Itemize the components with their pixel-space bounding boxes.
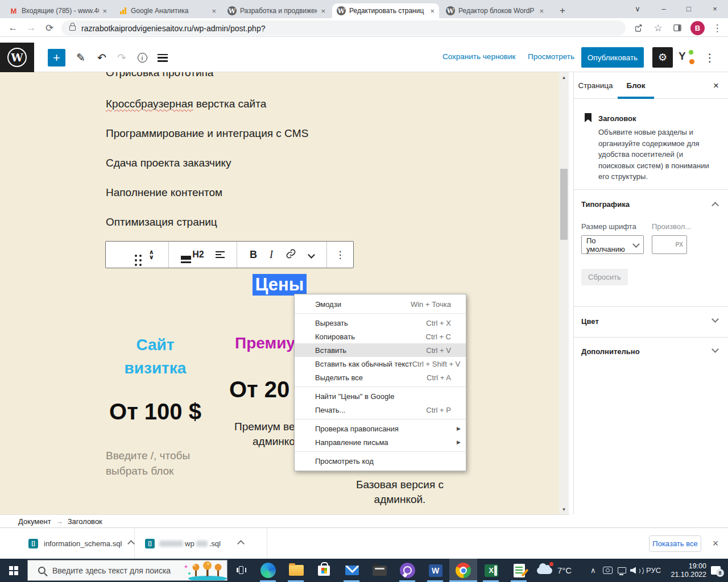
task-view-icon[interactable] xyxy=(229,559,254,582)
dark-folder-app-icon[interactable] xyxy=(366,559,394,582)
editor-scrollbar[interactable]: ▲ ▼ xyxy=(559,72,569,514)
more-formats-chevron-icon[interactable] xyxy=(308,251,315,259)
forward-icon[interactable]: → xyxy=(24,20,39,35)
refresh-icon[interactable]: ⟳ xyxy=(42,20,57,35)
tab-block[interactable]: Блок xyxy=(618,72,654,99)
undo-icon[interactable]: ↶ xyxy=(93,49,111,66)
chip-chevron-icon[interactable] xyxy=(127,540,135,547)
window-minimize-button[interactable]: – xyxy=(652,0,676,17)
volume-icon[interactable] xyxy=(630,559,642,582)
side-panel-icon[interactable] xyxy=(670,20,685,35)
bold-button[interactable]: B xyxy=(250,249,257,261)
notes-app-icon[interactable] xyxy=(505,559,533,582)
block-options-kebab-icon[interactable]: ⋮ xyxy=(336,249,345,261)
viber-icon[interactable] xyxy=(394,559,421,582)
color-section-title[interactable]: Цвет xyxy=(581,317,599,326)
tab-close-icon[interactable]: × xyxy=(539,7,544,15)
pricing-col1-title[interactable]: Сайтвизитка xyxy=(96,333,215,380)
window-close-button[interactable]: × xyxy=(703,0,727,17)
download-chip-information-schema[interactable]: [] information_schema.sql xyxy=(0,528,135,559)
notification-center-icon[interactable]: 8 xyxy=(711,559,721,582)
word-icon[interactable]: W xyxy=(421,559,449,582)
paragraph[interactable]: Наполнение контентом xyxy=(106,186,222,199)
reset-button[interactable]: Сбросить xyxy=(581,269,628,285)
paragraph[interactable]: Сдача проекта заказчику xyxy=(106,157,231,169)
block-placeholder-text[interactable]: Введите /, чтобывыбрать блок xyxy=(106,448,190,479)
tab-page[interactable]: Страница xyxy=(574,72,617,99)
new-tab-button[interactable]: + xyxy=(555,3,570,18)
context-menu-item-print[interactable]: Печать...Ctrl + P xyxy=(295,403,466,417)
block-mover-icon[interactable]: ∧∨ xyxy=(149,250,154,260)
paragraph[interactable]: Программирование и интеграция с CMS xyxy=(106,127,308,140)
tab-close-icon[interactable]: × xyxy=(102,7,107,15)
share-icon[interactable] xyxy=(631,20,646,35)
chip-chevron-icon[interactable] xyxy=(237,540,245,547)
tab-close-icon[interactable]: × xyxy=(212,7,216,15)
edge-icon[interactable] xyxy=(254,559,282,582)
mail-icon[interactable] xyxy=(338,559,366,582)
expand-chevron-icon[interactable] xyxy=(712,315,719,323)
address-bar[interactable]: razrabotkaiprodvigeniesaitov.ru/wp-admin… xyxy=(61,20,626,36)
advanced-section-title[interactable]: Дополнительно xyxy=(581,347,640,356)
scroll-down-icon[interactable]: ▼ xyxy=(559,505,569,513)
bookmark-star-icon[interactable]: ☆ xyxy=(651,20,665,35)
context-menu-item-paste[interactable]: ВставитьCtrl + V xyxy=(295,343,466,357)
browser-tab-analytics[interactable]: Google Аналитика × xyxy=(114,3,221,18)
context-menu-item-paste-plain[interactable]: Вставить как обычный текстCtrl + Shift +… xyxy=(295,357,466,371)
heading-level-button[interactable]: H2 xyxy=(192,250,204,260)
context-menu-item-copy[interactable]: КопироватьCtrl + C xyxy=(295,330,466,343)
italic-button[interactable]: I xyxy=(270,249,273,261)
weather-widget[interactable]: 7°C xyxy=(537,559,572,582)
paragraph[interactable]: Кроссбраузерная верстка сайта xyxy=(106,98,266,110)
link-icon[interactable] xyxy=(286,248,296,261)
tools-pencil-icon[interactable]: ✎ xyxy=(72,49,90,66)
pricing-col2-title[interactable]: Премиум xyxy=(235,334,295,352)
context-menu-item-writing-direction[interactable]: Направление письма▶ xyxy=(295,435,466,449)
tab-search-icon[interactable]: ∨ xyxy=(626,0,650,17)
text-align-icon[interactable] xyxy=(216,251,225,259)
list-view-icon[interactable] xyxy=(154,49,172,66)
block-inserter-button[interactable]: + xyxy=(48,49,65,66)
browser-tab-edit-page[interactable]: W Редактировать страниц × xyxy=(332,3,439,18)
publish-button[interactable]: Опубликовать xyxy=(581,47,644,68)
scrollbar-thumb[interactable] xyxy=(560,169,568,240)
yoast-seo-icon[interactable]: Y xyxy=(679,50,696,65)
context-menu-item-select-all[interactable]: Выделить всеCtrl + A xyxy=(295,371,466,384)
options-kebab-icon[interactable]: ⋮ xyxy=(701,49,719,66)
excel-icon[interactable]: X xyxy=(477,559,505,582)
paragraph[interactable]: Отрисовка прототипа xyxy=(106,72,213,79)
breadcrumb-block[interactable]: Заголовок xyxy=(68,517,102,526)
download-chip-wp-sql[interactable]: [] wp .sql xyxy=(135,528,267,559)
breadcrumb-document[interactable]: Документ xyxy=(18,517,51,526)
browser-tab-block-editor[interactable]: W Редактор блоков WordP × xyxy=(441,3,548,18)
start-button[interactable] xyxy=(0,559,27,582)
collapse-chevron-icon[interactable] xyxy=(712,202,719,209)
context-menu-item-spellcheck[interactable]: Проверка правописания▶ xyxy=(295,422,466,435)
taskbar-search[interactable]: Введите здесь текст для поиска xyxy=(27,560,228,581)
pricing-col2-desc[interactable]: админко xyxy=(253,435,295,448)
sidebar-close-icon[interactable]: × xyxy=(710,80,722,92)
custom-size-input[interactable] xyxy=(652,235,687,254)
chrome-icon[interactable] xyxy=(449,559,477,582)
network-icon[interactable] xyxy=(618,559,626,582)
save-draft-button[interactable]: Сохранить черновик xyxy=(442,52,515,61)
language-indicator[interactable]: РУС xyxy=(646,559,661,582)
show-all-downloads-button[interactable]: Показать все xyxy=(649,535,701,552)
font-size-select[interactable]: По умолчанию xyxy=(581,235,644,254)
paragraph[interactable]: Оптимизация страниц xyxy=(106,216,217,228)
context-menu-item-emoji[interactable]: ЭмодзиWin + Точка xyxy=(295,297,466,311)
pricing-col2-desc[interactable]: Премиум вер xyxy=(234,421,295,433)
pricing-col2-price[interactable]: От 20 xyxy=(229,377,295,402)
clock[interactable]: 19:0021.10.2022 xyxy=(665,559,706,582)
preview-button[interactable]: Просмотреть xyxy=(528,52,574,61)
context-menu-item-search-google[interactable]: Найти "Цены" в Google xyxy=(295,389,466,403)
details-info-icon[interactable]: i xyxy=(133,49,151,66)
profile-avatar[interactable]: B xyxy=(690,21,705,35)
redo-icon[interactable]: ↷ xyxy=(113,49,131,66)
downloads-close-icon[interactable]: × xyxy=(708,536,723,551)
browser-tab-gmail[interactable]: M Входящие (785) - www.46 × xyxy=(5,3,111,18)
scroll-up-icon[interactable]: ▲ xyxy=(559,73,569,81)
microsoft-store-icon[interactable] xyxy=(310,559,338,582)
pricing-basic-desc[interactable]: Базовая версия садминкой. xyxy=(315,477,485,507)
browser-tab-wp-site[interactable]: W Разработка и продвижен × xyxy=(223,3,330,18)
